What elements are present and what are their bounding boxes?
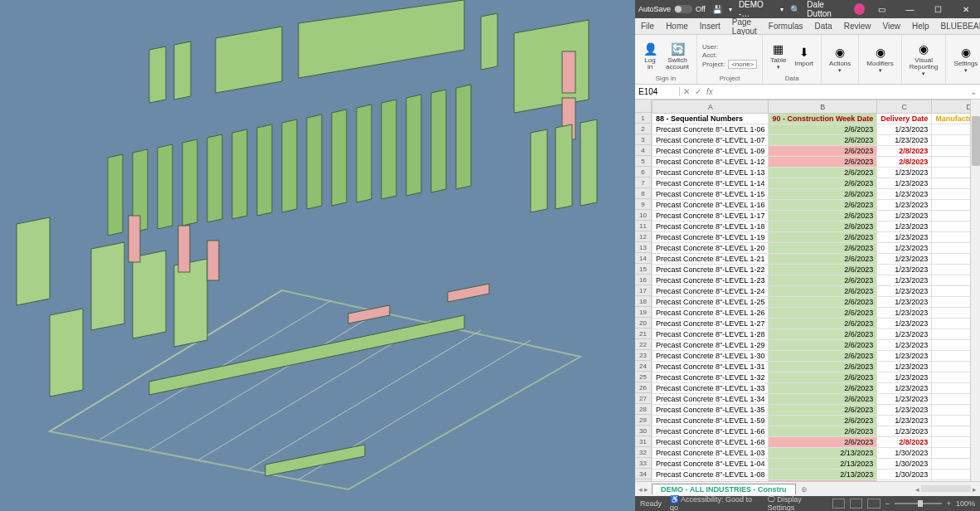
cell[interactable]: Precast Concrete 8"-LEVEL 1-29 (653, 340, 769, 351)
cell[interactable]: 1/13/2023 (932, 329, 970, 340)
cell[interactable]: Precast Concrete 8"-LEVEL 1-04 (653, 459, 769, 470)
tab-file[interactable]: File (635, 18, 660, 35)
table-row[interactable]: Precast Concrete 8"-LEVEL 1-592/6/20231/… (653, 416, 971, 426)
sheet-nav-last-icon[interactable]: ▸ (644, 485, 648, 494)
cell[interactable]: 2/6/2023 (769, 340, 877, 351)
row-header[interactable]: 34 (635, 469, 652, 479)
normal-view-button[interactable] (832, 499, 845, 509)
cell[interactable]: Delivery Date (877, 114, 932, 124)
formula-expand-icon[interactable]: ⌄ (967, 87, 980, 96)
cell[interactable]: 2/6/2023 (769, 168, 877, 178)
cell[interactable]: 1/13/2023 (932, 319, 970, 329)
row-header[interactable]: 19 (635, 307, 652, 318)
tab-review[interactable]: Review (838, 18, 877, 35)
cell[interactable]: 1/13/2023 (932, 426, 970, 437)
cell[interactable]: 1/23/2023 (877, 394, 932, 405)
cell[interactable]: 1/13/2023 (932, 189, 970, 200)
zoom-out-button[interactable]: − (885, 499, 890, 508)
cell[interactable]: 1/13/2023 (932, 243, 970, 254)
row-header[interactable]: 26 (635, 382, 652, 393)
cell[interactable]: 1/13/2023 (932, 372, 970, 383)
cell[interactable]: 2/6/2023 (769, 157, 877, 168)
qattoolbar-dropdown-icon[interactable]: ▾ (729, 6, 732, 13)
cell[interactable]: Precast Concrete 8"-LEVEL 1-27 (653, 319, 769, 329)
table-row[interactable]: Precast Concrete 8"-LEVEL 1-212/6/20231/… (653, 254, 971, 265)
cell[interactable]: 1/13/2023 (932, 135, 970, 146)
cell[interactable]: 1/13/2023 (932, 340, 970, 351)
cell[interactable]: 1/13/2023 (932, 211, 970, 221)
cell[interactable]: 1/23/2023 (877, 124, 932, 135)
tab-insert[interactable]: Insert (694, 18, 726, 35)
tab-formulas[interactable]: Formulas (763, 18, 809, 35)
cell[interactable]: 2/6/2023 (769, 178, 877, 189)
hscroll-left-icon[interactable]: ◂ (915, 485, 919, 494)
row-header[interactable]: 12 (635, 231, 652, 242)
cell[interactable]: Precast Concrete 8"-LEVEL 1-11 (653, 480, 769, 482)
cell[interactable]: Precast Concrete 8"-LEVEL 1-09 (653, 146, 769, 157)
row-header[interactable]: 4 (635, 145, 652, 156)
table-row[interactable]: Precast Concrete 8"-LEVEL 1-152/6/20231/… (653, 189, 971, 200)
cell[interactable]: 2/8/2023 (877, 146, 932, 157)
row-header[interactable]: 10 (635, 210, 652, 221)
row-header[interactable]: 33 (635, 458, 652, 469)
cell[interactable]: Precast Concrete 8"-LEVEL 1-18 (653, 221, 769, 232)
row-header[interactable]: 21 (635, 328, 652, 339)
table-row[interactable]: Precast Concrete 8"-LEVEL 1-192/6/20231/… (653, 232, 971, 243)
cell[interactable]: 1/23/2023 (877, 297, 932, 308)
table-row[interactable]: Precast Concrete 8"-LEVEL 1-242/6/20231/… (653, 286, 971, 297)
sheet-tab-active[interactable]: DEMO - ALL INDUSTRIES - Constru (652, 484, 796, 494)
filename-dropdown-icon[interactable]: ▾ (780, 6, 784, 13)
cell[interactable]: 1/23/2023 (877, 243, 932, 254)
project-select[interactable]: <none> (728, 60, 757, 69)
table-row[interactable]: Precast Concrete 8"-LEVEL 1-132/6/20231/… (653, 168, 971, 178)
table-row[interactable]: Precast Concrete 8"-LEVEL 1-122/6/20232/… (653, 157, 971, 168)
fx-icon[interactable]: fx (706, 87, 713, 96)
tab-help[interactable]: Help (906, 18, 935, 35)
table-row[interactable]: Precast Concrete 8"-LEVEL 1-292/6/20231/… (653, 340, 971, 351)
cell[interactable]: 1/13/2023 (932, 362, 970, 372)
table-row[interactable]: Precast Concrete 8"-LEVEL 1-142/6/20231/… (653, 178, 971, 189)
search-icon[interactable]: 🔍 (790, 5, 800, 14)
row-header[interactable]: 13 (635, 242, 652, 253)
vertical-scrollbar[interactable] (970, 100, 980, 481)
cell[interactable]: Precast Concrete 8"-LEVEL 1-31 (653, 362, 769, 372)
cell[interactable]: 2/6/2023 (769, 372, 877, 383)
cell[interactable]: 2/6/2023 (769, 362, 877, 372)
cell[interactable]: 2/6/2023 (769, 329, 877, 340)
actions-button[interactable]: ◉ Actions▾ (827, 43, 853, 75)
cell[interactable]: 1/30/2023 (877, 459, 932, 470)
cell[interactable]: 1/13/2023 (932, 351, 970, 362)
row-header[interactable]: 22 (635, 339, 652, 350)
avatar[interactable] (854, 3, 865, 15)
cell[interactable]: 1/23/2023 (877, 383, 932, 394)
cell[interactable]: 2/6/2023 (769, 135, 877, 146)
cell[interactable]: Precast Concrete 8"-LEVEL 1-35 (653, 405, 769, 416)
table-row[interactable]: Precast Concrete 8"-LEVEL 1-352/6/20231/… (653, 405, 971, 416)
cell[interactable]: 1/25/2023 (932, 437, 970, 448)
cell[interactable]: 1/23/2023 (877, 372, 932, 383)
table-row[interactable]: Precast Concrete 8"-LEVEL 1-282/6/20231/… (653, 329, 971, 340)
spreadsheet-grid[interactable]: 1234567891011121314151617181920212223242… (635, 100, 980, 481)
table-row[interactable]: Precast Concrete 8"-LEVEL 1-662/6/20231/… (653, 426, 971, 437)
cell[interactable]: 2/6/2023 (769, 232, 877, 243)
tab-pagelayout[interactable]: Page Layout (726, 18, 763, 35)
cell[interactable]: 2/3/2023 (932, 480, 970, 482)
cell[interactable]: 2/6/2023 (769, 437, 877, 448)
cell[interactable]: 1/13/2023 (932, 394, 970, 405)
cell[interactable]: 1/23/2023 (877, 329, 932, 340)
cell[interactable]: 1/23/2023 (877, 254, 932, 265)
close-button[interactable]: ✕ (955, 0, 977, 18)
cell[interactable]: Precast Concrete 8"-LEVEL 1-21 (653, 254, 769, 265)
horizontal-scrollbar[interactable] (921, 485, 971, 492)
cell[interactable]: 1/23/2023 (877, 178, 932, 189)
table-row[interactable]: Precast Concrete 8"-LEVEL 1-332/6/20231/… (653, 383, 971, 394)
ribbon-options-icon[interactable]: ▭ (871, 0, 893, 18)
cell[interactable]: 1/23/2023 (877, 319, 932, 329)
table-row[interactable]: Precast Concrete 8"-LEVEL 1-062/6/20231/… (653, 124, 971, 135)
row-header[interactable]: 27 (635, 393, 652, 404)
cell[interactable]: Precast Concrete 8"-LEVEL 1-20 (653, 243, 769, 254)
cell[interactable]: Precast Concrete 8"-LEVEL 1-25 (653, 297, 769, 308)
maximize-button[interactable]: ☐ (927, 0, 948, 18)
table-row[interactable]: Precast Concrete 8"-LEVEL 1-082/13/20231… (653, 470, 971, 480)
cell[interactable]: 2/6/2023 (769, 308, 877, 319)
